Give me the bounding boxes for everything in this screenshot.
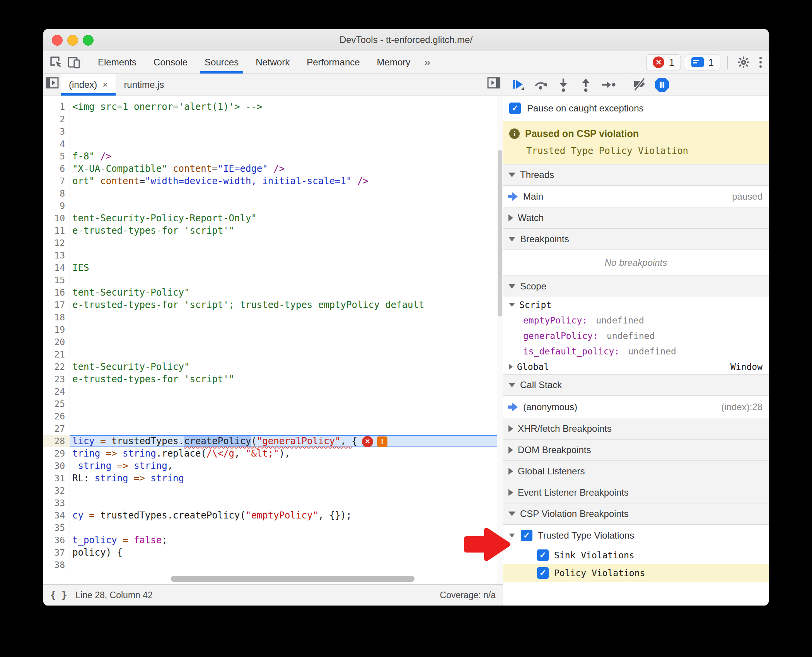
line-number[interactable]: 16 bbox=[43, 286, 70, 299]
line-number[interactable]: 34 bbox=[43, 509, 70, 522]
xhr-breakpoints-section-header[interactable]: XHR/fetch Breakpoints bbox=[503, 418, 769, 440]
code-line[interactable]: 3 bbox=[43, 125, 503, 138]
step-button[interactable] bbox=[598, 76, 618, 93]
code-line[interactable]: 15 bbox=[43, 274, 503, 286]
dom-breakpoints-section-header[interactable]: DOM Breakpoints bbox=[503, 439, 769, 461]
code-line[interactable]: 17e-trusted-types-for 'script'; trusted-… bbox=[43, 299, 503, 311]
csp-violation-breakpoints-section-header[interactable]: CSP Violation Breakpoints bbox=[503, 503, 769, 525]
line-number[interactable]: 29 bbox=[43, 447, 70, 460]
line-number[interactable]: 8 bbox=[43, 187, 70, 200]
code-line[interactable]: 10tent-Security-Policy-Report-Only" bbox=[43, 212, 503, 224]
code-line[interactable]: 1<img src=1 onerror='alert(1)'> --> bbox=[43, 101, 503, 113]
inline-error-icon[interactable] bbox=[362, 436, 373, 447]
trusted-type-violations-checkbox[interactable] bbox=[521, 530, 532, 541]
code-line[interactable]: 11e-trusted-types-for 'script'" bbox=[43, 224, 503, 237]
code-line[interactable]: 8 bbox=[43, 187, 503, 200]
code-line[interactable]: 14IES bbox=[43, 262, 503, 274]
file-tab[interactable]: (index) bbox=[61, 74, 116, 96]
step-over-button[interactable] bbox=[531, 76, 551, 93]
line-number[interactable]: 2 bbox=[43, 113, 70, 125]
line-number[interactable]: 23 bbox=[43, 373, 70, 385]
policy-violations-checkbox[interactable] bbox=[537, 567, 549, 579]
line-number[interactable]: 33 bbox=[43, 497, 70, 509]
scope-global-row[interactable]: Global Window bbox=[503, 359, 769, 375]
sink-violations-checkbox[interactable] bbox=[537, 549, 549, 561]
line-number[interactable]: 35 bbox=[43, 522, 70, 534]
code-line[interactable]: 26 bbox=[43, 410, 503, 423]
more-options-icon[interactable] bbox=[756, 57, 765, 68]
settings-gear-icon[interactable] bbox=[735, 53, 752, 71]
code-line[interactable]: 31RL: string => string bbox=[43, 472, 503, 484]
code-line[interactable]: 18 bbox=[43, 311, 503, 323]
global-listeners-section-header[interactable]: Global Listeners bbox=[503, 460, 769, 482]
code-line[interactable]: 7ort" content="width=device-width, initi… bbox=[43, 175, 503, 187]
pause-on-caught-row[interactable]: Pause on caught exceptions bbox=[503, 96, 769, 121]
line-number[interactable]: 20 bbox=[43, 336, 70, 348]
line-number[interactable]: 25 bbox=[43, 398, 70, 410]
panel-tab-network[interactable]: Network bbox=[247, 51, 298, 74]
sink-violations-row[interactable]: Sink Violations bbox=[503, 546, 769, 564]
code-line[interactable]: 5f-8" /> bbox=[43, 150, 503, 163]
line-number[interactable]: 5 bbox=[43, 150, 70, 163]
trusted-type-violations-row[interactable]: Trusted Type Violations bbox=[503, 525, 769, 546]
code-line[interactable]: 36t_policy = false; bbox=[43, 534, 503, 546]
line-number[interactable]: 21 bbox=[43, 348, 70, 361]
scope-section-header[interactable]: Scope bbox=[503, 275, 769, 297]
pause-on-exceptions-button[interactable] bbox=[652, 76, 672, 93]
code-line[interactable]: 23e-trusted-types-for 'script'" bbox=[43, 373, 503, 385]
code-line[interactable]: 9 bbox=[43, 200, 503, 212]
code-line[interactable]: 13 bbox=[43, 249, 503, 262]
line-number[interactable]: 12 bbox=[43, 237, 70, 249]
code-line[interactable]: 12 bbox=[43, 237, 503, 249]
toggle-navigator-icon[interactable] bbox=[43, 74, 61, 92]
code-line[interactable]: 25 bbox=[43, 398, 503, 410]
event-listener-breakpoints-section-header[interactable]: Event Listener Breakpoints bbox=[503, 482, 769, 503]
pretty-print-icon[interactable]: { } bbox=[50, 590, 67, 601]
line-number[interactable]: 38 bbox=[43, 559, 70, 571]
panel-tab-sources[interactable]: Sources bbox=[196, 51, 247, 74]
call-stack-section-header[interactable]: Call Stack bbox=[503, 374, 769, 396]
scope-property-row[interactable]: is_default_policy:undefined bbox=[503, 344, 769, 359]
code-line[interactable]: 29tring => string.replace(/\</g, "&lt;")… bbox=[43, 447, 503, 460]
line-number[interactable]: 26 bbox=[43, 410, 70, 423]
code-line[interactable]: 16tent-Security-Policy" bbox=[43, 286, 503, 299]
step-into-button[interactable] bbox=[553, 76, 573, 93]
line-number[interactable]: 10 bbox=[43, 212, 70, 224]
code-line[interactable]: 37policy) { bbox=[43, 546, 503, 559]
resume-script-button[interactable] bbox=[508, 76, 529, 93]
code-line[interactable]: 27 bbox=[43, 423, 503, 435]
message-count-badge[interactable]: 1 bbox=[685, 55, 720, 70]
code-line[interactable]: 21 bbox=[43, 348, 503, 361]
panel-tab-performance[interactable]: Performance bbox=[298, 51, 368, 74]
line-number[interactable]: 19 bbox=[43, 323, 70, 336]
line-number[interactable]: 31 bbox=[43, 472, 70, 484]
close-tab-icon[interactable] bbox=[102, 80, 108, 89]
line-number[interactable]: 22 bbox=[43, 361, 70, 373]
panel-tab-console[interactable]: Console bbox=[145, 51, 196, 74]
line-number[interactable]: 6 bbox=[43, 163, 70, 175]
line-number[interactable]: 11 bbox=[43, 224, 70, 237]
code-line[interactable]: 4 bbox=[43, 138, 503, 150]
threads-section-header[interactable]: Threads bbox=[503, 164, 769, 186]
watch-section-header[interactable]: Watch bbox=[503, 207, 769, 229]
panel-tab-memory[interactable]: Memory bbox=[368, 51, 419, 74]
scope-property-row[interactable]: emptyPolicy:undefined bbox=[503, 313, 769, 328]
code-line[interactable]: 32 bbox=[43, 484, 503, 497]
step-out-button[interactable] bbox=[576, 76, 596, 93]
line-number[interactable]: 28 bbox=[43, 435, 70, 447]
breakpoints-section-header[interactable]: Breakpoints bbox=[503, 228, 769, 250]
line-number[interactable]: 3 bbox=[43, 125, 70, 138]
inspect-element-icon[interactable] bbox=[47, 53, 65, 71]
line-number[interactable]: 27 bbox=[43, 423, 70, 435]
code-line[interactable]: 19 bbox=[43, 323, 503, 336]
line-number[interactable]: 1 bbox=[43, 101, 70, 113]
code-line[interactable]: 34cy = trustedTypes.createPolicy("emptyP… bbox=[43, 509, 503, 522]
line-number[interactable]: 15 bbox=[43, 274, 70, 286]
line-number[interactable]: 14 bbox=[43, 262, 70, 274]
line-number[interactable]: 9 bbox=[43, 200, 70, 212]
thread-row-main[interactable]: Main paused bbox=[503, 186, 769, 207]
line-number[interactable]: 36 bbox=[43, 534, 70, 546]
code-line[interactable]: 20 bbox=[43, 336, 503, 348]
line-number[interactable]: 30 bbox=[43, 460, 70, 472]
scope-property-row[interactable]: generalPolicy:undefined bbox=[503, 328, 769, 344]
